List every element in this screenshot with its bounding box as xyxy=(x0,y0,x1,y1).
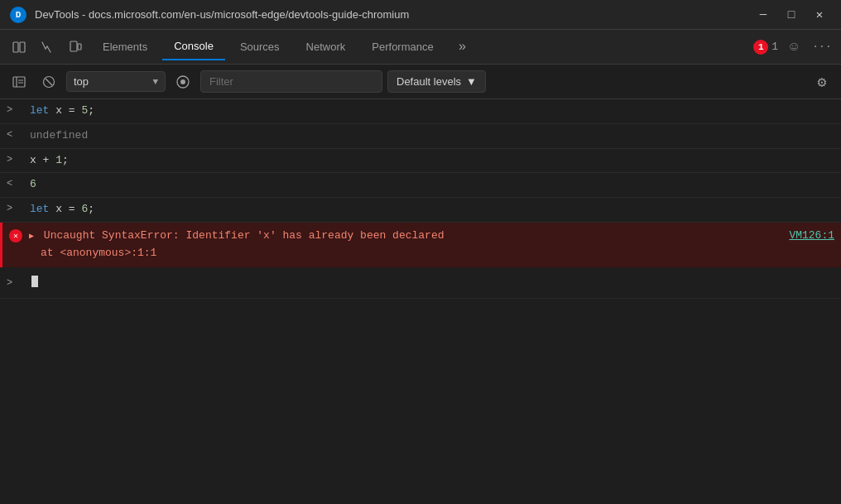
error-line[interactable]: ✕ ▶ Uncaught SyntaxError: Identifier 'x'… xyxy=(0,223,841,267)
sidebar-toggle-button[interactable] xyxy=(7,35,31,60)
error-source-link[interactable]: VM126:1 xyxy=(789,229,834,242)
console-line-4-content: 6 xyxy=(26,176,834,194)
error-triangle-icon: ▶ xyxy=(29,232,34,241)
customize-button[interactable]: ··· xyxy=(810,35,834,60)
input-arrow-3: > xyxy=(7,152,26,166)
app-icon-letter: D xyxy=(16,10,22,20)
svg-rect-4 xyxy=(13,77,25,87)
undefined-text: undefined xyxy=(30,129,88,142)
log-levels-label: Default levels xyxy=(396,75,461,88)
console-line-1-content: let x = 5; xyxy=(26,103,834,120)
log-levels-arrow: ▼ xyxy=(466,75,477,88)
tab-elements-label: Elements xyxy=(103,41,147,53)
tab-console-label: Console xyxy=(174,40,214,52)
console-line-3: > x + 1; xyxy=(0,149,841,174)
keyword-let-1: let xyxy=(30,104,55,117)
context-selector[interactable]: top ▼ xyxy=(66,71,166,92)
input-arrow-5: > xyxy=(7,201,26,214)
error-count-text: 1 xyxy=(771,41,778,53)
output-arrow-2: < xyxy=(7,127,26,141)
svg-rect-1 xyxy=(20,42,25,52)
tab-sources[interactable]: Sources xyxy=(228,34,291,60)
svg-rect-0 xyxy=(13,42,18,52)
console-line-2: < undefined xyxy=(0,124,841,149)
tab-console[interactable]: Console xyxy=(162,33,225,60)
tab-sources-label: Sources xyxy=(240,41,280,53)
inspect-element-button[interactable] xyxy=(35,35,60,60)
svg-line-9 xyxy=(46,79,52,85)
console-line-1: > let x = 5; xyxy=(0,99,841,124)
title-bar: D DevTools - docs.microsoft.com/en-us/mi… xyxy=(0,0,841,30)
tab-network-label: Network xyxy=(306,41,346,53)
tab-performance-label: Performance xyxy=(372,41,433,53)
clear-console-button[interactable] xyxy=(36,70,61,94)
window-title: DevTools - docs.microsoft.com/en-us/micr… xyxy=(35,8,743,21)
device-toolbar-button[interactable] xyxy=(63,35,88,60)
window-controls: ─ □ ✕ xyxy=(752,3,831,26)
log-levels-button[interactable]: Default levels ▼ xyxy=(387,70,486,93)
keyword-let-2: let xyxy=(30,203,55,215)
error-content: ▶ Uncaught SyntaxError: Identifier 'x' h… xyxy=(29,228,772,262)
maximize-button[interactable]: □ xyxy=(780,3,803,26)
tab-bar: Elements Console Sources Network Perform… xyxy=(0,30,841,65)
svg-point-11 xyxy=(180,79,185,84)
feedback-button[interactable]: ☺ xyxy=(781,35,806,60)
val-6: 6 xyxy=(30,178,36,190)
semi-1: ; xyxy=(88,104,94,117)
console-line-2-content: undefined xyxy=(26,127,834,145)
console-toolbar: top ▼ Default levels ▼ ⚙ xyxy=(0,65,841,99)
more-tabs-button[interactable]: » xyxy=(452,35,473,60)
error-main-line: ▶ Uncaught SyntaxError: Identifier 'x' h… xyxy=(29,228,772,245)
console-settings-button[interactable]: ⚙ xyxy=(810,70,834,94)
eq-1: = xyxy=(69,104,82,117)
console-line-5-content: let x = 6; xyxy=(26,201,834,218)
svg-rect-2 xyxy=(70,41,77,51)
val-1: 1 xyxy=(55,154,62,166)
semi-3: ; xyxy=(62,154,69,166)
console-output: > let x = 5; < undefined > x + 1; < 6 xyxy=(0,99,841,504)
context-selector-arrow: ▼ xyxy=(152,77,158,87)
cursor-blink xyxy=(31,276,38,287)
close-button[interactable]: ✕ xyxy=(808,3,831,26)
error-main-text: Uncaught SyntaxError: Identifier 'x' has… xyxy=(44,229,445,242)
expr-x-plus-1: x + xyxy=(30,154,55,166)
show-console-sidebar-button[interactable] xyxy=(7,70,31,94)
console-line-4: < 6 xyxy=(0,173,841,198)
minimize-button[interactable]: ─ xyxy=(752,3,775,26)
filter-input[interactable] xyxy=(200,70,382,93)
console-input-line[interactable]: > xyxy=(0,267,841,300)
input-arrow-1: > xyxy=(7,103,26,116)
context-selector-value: top xyxy=(74,75,147,88)
output-arrow-4: < xyxy=(7,176,26,190)
console-line-3-content: x + 1; xyxy=(26,152,834,170)
error-stack-text: at <anonymous>:1:1 xyxy=(29,245,772,262)
error-icon: ✕ xyxy=(9,229,22,242)
app-icon: D xyxy=(10,7,26,23)
error-count-icon: 1 xyxy=(753,40,768,55)
var-x-1: x xyxy=(55,104,69,117)
prompt-arrow: > xyxy=(7,276,26,289)
eq-2: = xyxy=(69,203,82,215)
svg-rect-3 xyxy=(78,44,81,50)
error-count-number: 1 xyxy=(758,42,764,52)
console-input-area[interactable] xyxy=(26,272,834,294)
live-expression-button[interactable] xyxy=(171,70,195,94)
tab-network[interactable]: Network xyxy=(295,34,358,60)
var-x-2: x xyxy=(55,203,69,215)
tab-performance[interactable]: Performance xyxy=(360,34,445,60)
console-line-5: > let x = 6; xyxy=(0,198,841,223)
semi-5: ; xyxy=(88,203,94,215)
error-count-badge: 1 1 xyxy=(753,40,778,55)
tab-elements[interactable]: Elements xyxy=(91,34,159,60)
